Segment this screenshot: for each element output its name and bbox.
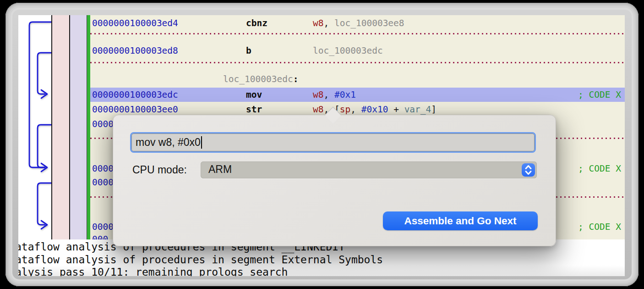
log-line: ataflow analysis of procedures in segmen… (18, 254, 383, 267)
operands: w8, loc_100003ee8 (313, 16, 404, 30)
address-fragment: 0000 (92, 175, 114, 189)
operand-reg: w8 (313, 89, 323, 100)
operand-pln: , (323, 89, 334, 100)
operand-pln: , (350, 104, 361, 115)
row-separator (90, 33, 624, 34)
operand-reg: w8 (313, 18, 323, 28)
window-content: 0000000100003ed4cbnzw8, loc_100003ee8000… (18, 15, 625, 276)
operand-pln: , (323, 18, 334, 28)
cpu-mode-select[interactable]: ARM (201, 161, 537, 178)
segment-column (52, 15, 69, 239)
operand-imm: #0x1 (334, 89, 356, 100)
label-row[interactable]: loc_100003edc: (90, 72, 625, 86)
operand-imm: #0x10 (361, 104, 388, 115)
address-fragment: 000 (92, 232, 108, 239)
local-label: loc_100003edc: (223, 72, 298, 86)
log-line: alysis pass 10/11: remaining prologs sea… (18, 266, 383, 276)
control-flow-arrows (18, 15, 51, 239)
operand-pln: ] (431, 104, 437, 115)
app-window: 0000000100003ed4cbnzw8, loc_100003ee8000… (5, 3, 639, 286)
bytes-column (70, 15, 87, 239)
instruction-input-value: mov w8, #0x0 (136, 136, 201, 149)
cpu-mode-label: CPU mode: (132, 164, 187, 176)
address: 0000000100003ed4 (92, 16, 178, 30)
xref-comment: ; CODE X (578, 88, 621, 102)
operand-pln: + (388, 104, 404, 115)
text-caret (201, 136, 202, 149)
control-flow-gutter (18, 15, 51, 239)
instruction-input[interactable]: mov w8, #0x0 (130, 132, 536, 153)
xref-comment: ; CODE X (578, 161, 621, 176)
operand-lbl: loc_100003ee8 (334, 18, 404, 28)
address-fragment: 0000 (92, 117, 114, 131)
disassembly-row[interactable]: 0000000100003ed4cbnzw8, loc_100003ee8 (90, 16, 625, 30)
operand-var: var_4 (404, 104, 431, 115)
cpu-mode-value: ARM (208, 163, 232, 176)
disassembly-row[interactable]: 0000000100003edcmovw8, #0x1; CODE X (90, 88, 625, 102)
assemble-dialog: mov w8, #0x0 CPU mode: ARM Assemble and … (113, 115, 556, 246)
mnemonic: cbnz (246, 16, 267, 30)
mnemonic: b (246, 44, 251, 58)
operand-reg: sp (340, 104, 350, 115)
updown-chevrons-icon (522, 163, 535, 177)
address: 0000000100003ed8 (92, 44, 178, 58)
operand-lbl: loc_100003edc (313, 45, 383, 56)
mnemonic: mov (246, 88, 262, 102)
operands: w8, #0x1 (313, 88, 356, 102)
code-marker-bar (87, 15, 90, 239)
row-separator (90, 62, 624, 63)
assemble-go-next-button[interactable]: Assemble and Go Next (383, 211, 538, 230)
disassembly-row[interactable]: 0000000100003ed8bloc_100003edc (90, 44, 625, 58)
address: 0000000100003edc (92, 88, 178, 102)
address-fragment: 0000 (92, 161, 114, 176)
operands: loc_100003edc (313, 44, 383, 58)
operand-reg: w8 (313, 104, 323, 115)
